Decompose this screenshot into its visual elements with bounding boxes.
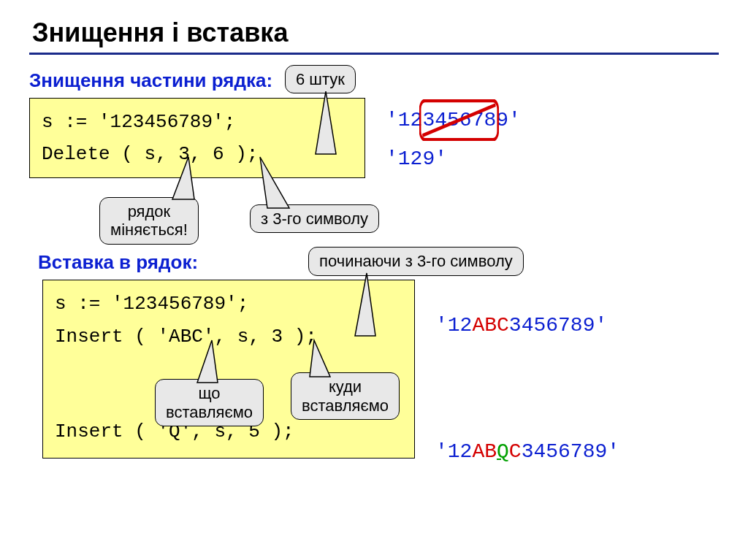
callout-where-insert: куди вставляємо: [291, 372, 400, 420]
code-line: Delete ( s, 3, 6 );: [42, 138, 353, 170]
callout-six-pieces: 6 штук: [285, 65, 356, 93]
code-line: s := '123456789';: [42, 106, 353, 138]
result-line: '12ABQC3456789': [435, 429, 619, 471]
section1-heading: Знищення частини рядка:: [29, 69, 719, 92]
callout-what-insert: що вставляємо: [155, 379, 264, 426]
callout-start-third: починаючи з 3-го символу: [308, 247, 524, 275]
slide-title: Знищення і вставка: [32, 18, 719, 48]
callout-string-changes: рядок міняється!: [99, 197, 199, 245]
section1-results: '12345678 9' '129': [386, 98, 521, 178]
result-line: '12345678 9': [386, 101, 521, 139]
section2-codebox: s := '123456789'; Insert ( 'ABC', s, 3 )…: [42, 280, 415, 459]
result-line: '12ABC3456789': [435, 303, 619, 345]
title-rule: [29, 53, 719, 55]
code-line: Insert ( 'ABC', s, 3 );: [55, 321, 402, 353]
code-line: s := '123456789';: [55, 288, 402, 320]
section1-codebox: s := '123456789'; Delete ( s, 3, 6 );: [29, 98, 365, 178]
result-line: '129': [386, 139, 521, 178]
callout-from-third: з 3-го символу: [250, 204, 379, 233]
